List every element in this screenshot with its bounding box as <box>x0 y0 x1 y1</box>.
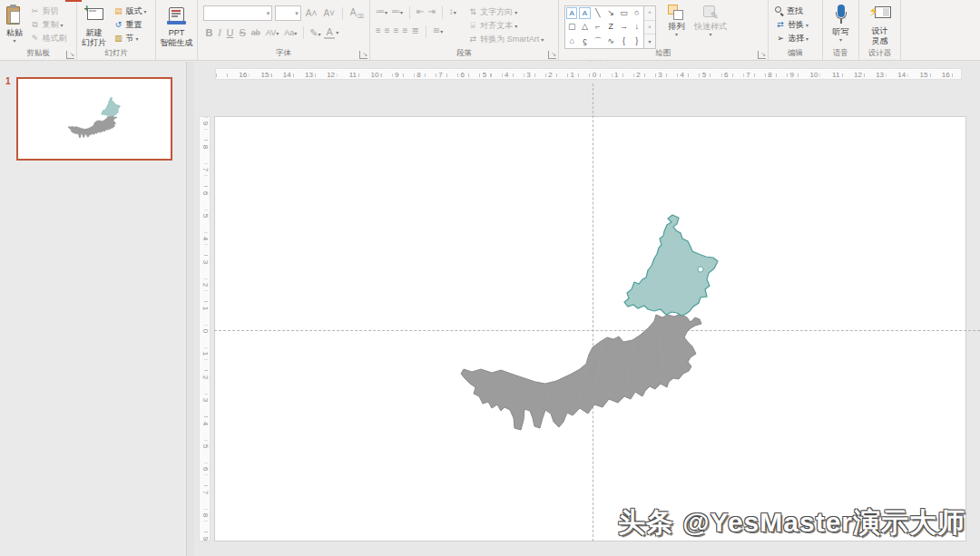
inner-mongolia-shape[interactable] <box>461 314 701 430</box>
font-dialog-launcher-icon[interactable]: ↘ <box>359 51 368 59</box>
smartart-button[interactable]: ⇄ 转换为 SmartArt ▾ <box>467 34 544 45</box>
increase-indent-button[interactable]: ⇥ <box>427 6 435 19</box>
ruler-number: 10 <box>808 70 820 80</box>
slide-thumbnail[interactable] <box>16 77 172 161</box>
shape-gallery-item[interactable]: ▢ <box>565 20 578 34</box>
font-color-button[interactable]: A <box>324 26 335 39</box>
char-spacing-button[interactable]: AV▾ <box>263 28 280 37</box>
grow-font-button[interactable]: A˄ <box>304 8 319 18</box>
shape-gallery-item[interactable]: ϛ <box>578 34 591 48</box>
underline-button[interactable]: U <box>224 27 236 38</box>
columns-button[interactable]: ≋▾ <box>433 25 443 38</box>
gallery-scroll-down-icon[interactable]: ˅ <box>644 21 655 35</box>
ruler-number: 7 <box>744 70 751 80</box>
shape-gallery-item[interactable]: ↘ <box>604 6 617 20</box>
copy-caret-icon: ▾ <box>60 23 63 28</box>
text-direction-button[interactable]: ⇅ 文字方向 ▾ <box>467 6 544 18</box>
bullets-button[interactable]: ≔▾ <box>376 6 387 19</box>
strike-button[interactable]: S <box>237 27 248 38</box>
ruler-number: 7 <box>436 70 444 80</box>
panel-splitter[interactable] <box>186 62 194 556</box>
find-button[interactable]: 查找 <box>775 5 808 17</box>
drawing-dialog-launcher-icon[interactable]: ↘ <box>758 51 766 59</box>
designer-group-label: 设计器 <box>859 48 900 59</box>
ruler-number: 2 <box>546 70 554 80</box>
clear-formatting-button[interactable]: A⌫ <box>348 7 366 19</box>
map-shapes <box>214 116 966 541</box>
distribute-button[interactable]: ≣ <box>411 25 418 38</box>
shape-gallery-item[interactable]: ╲ <box>592 6 604 20</box>
gallery-more-icon[interactable]: ▾ <box>644 34 655 48</box>
ruler-number: 1 <box>201 302 211 314</box>
reset-button[interactable]: ↺ 重置 <box>113 19 146 31</box>
ruler-number: 8 <box>201 141 211 152</box>
dictate-button[interactable]: 听写 ▾ <box>823 3 858 52</box>
shape-gallery-item[interactable]: ⌒ <box>592 34 604 48</box>
lightning-icon: ⚡ <box>869 5 891 24</box>
align-text-button[interactable]: ⌸ 对齐文本 ▾ <box>467 20 544 32</box>
horizontal-ruler[interactable]: 1615141312111098765432101234567891011121… <box>215 68 962 80</box>
italic-button[interactable]: I <box>216 27 223 38</box>
ruler-number: 1 <box>201 348 211 360</box>
ruler-number: 4 <box>679 70 686 80</box>
align-right-button[interactable]: ≡ <box>394 25 399 38</box>
paragraph-dialog-launcher-icon[interactable]: ↘ <box>548 51 556 59</box>
shape-gallery-item[interactable]: Z <box>604 20 617 34</box>
shape-gallery-item[interactable]: A <box>579 7 590 19</box>
ruler-number: 4 <box>503 70 510 80</box>
gallery-scroll-up-icon[interactable]: ˄ <box>644 6 655 21</box>
shape-gallery-item[interactable]: → <box>617 20 630 34</box>
format-painter-label: 格式刷 <box>42 33 66 44</box>
clipboard-dialog-launcher-icon[interactable]: ↘ <box>66 51 74 59</box>
shape-gallery-item[interactable]: ↓ <box>631 20 643 34</box>
shape-gallery-scrollbar: ˄ ˅ ▾ <box>644 5 656 49</box>
copy-button[interactable]: ⧉ 复制 ▾ <box>29 19 66 31</box>
shape-gallery-item[interactable]: A <box>566 7 577 19</box>
ppt-ai-label-line1: PPT <box>169 28 185 38</box>
bold-button[interactable]: B <box>203 27 215 38</box>
ruler-number: 1 <box>612 70 620 80</box>
shape-gallery-item[interactable]: ▭ <box>617 6 630 20</box>
line-spacing-button[interactable]: ↕▾ <box>449 6 456 19</box>
new-slide-button[interactable]: + 新建 幻灯片 <box>79 3 109 52</box>
section-button[interactable]: ▥ 节 ▾ <box>113 33 146 44</box>
ruler-number: 4 <box>201 417 211 429</box>
shape-gallery-item[interactable]: } <box>631 34 643 48</box>
vertical-ruler[interactable]: 9876543210123456789 <box>199 116 211 541</box>
numbering-button[interactable]: ≕▾ <box>391 6 403 19</box>
strikethrough-button[interactable]: ab <box>249 28 262 37</box>
section-caret-icon: ▾ <box>135 36 138 42</box>
shrink-font-button[interactable]: A˅ <box>321 8 337 18</box>
font-size-combo[interactable]: ▾ <box>275 5 301 21</box>
hulunbuir-highlight-shape[interactable] <box>624 215 718 316</box>
cut-button[interactable]: ✂ 剪切 <box>29 5 66 17</box>
ruler-number: 2 <box>201 279 211 291</box>
reset-icon: ↺ <box>113 19 123 31</box>
format-painter-button[interactable]: ✎ 格式刷 <box>29 33 66 44</box>
change-case-button[interactable]: Aa▾ <box>282 28 299 37</box>
ruler-number: 7 <box>201 164 211 176</box>
font-name-combo[interactable]: ▾ <box>203 5 272 21</box>
design-ideas-button[interactable]: ⚡ 设计 灵感 <box>859 3 900 52</box>
ruler-number: 6 <box>459 70 466 80</box>
text-highlight-button[interactable]: ✎▾ <box>308 27 323 39</box>
select-button[interactable]: ➢ 选择 ▾ <box>775 33 808 44</box>
shape-gallery-item[interactable]: ⌂ <box>565 34 578 48</box>
layout-button[interactable]: ▤ 版式 ▾ <box>113 5 146 17</box>
shape-gallery-item[interactable]: △ <box>578 20 591 34</box>
quick-styles-label: 快速样式 <box>694 22 727 32</box>
paste-button[interactable]: 粘贴 ▾ <box>4 3 25 52</box>
shape-gallery-item[interactable]: ∿ <box>604 34 617 48</box>
align-left-button[interactable]: ≡ <box>376 25 381 38</box>
combo-caret-icon: ▾ <box>267 10 270 17</box>
shape-gallery-item[interactable]: { <box>617 34 630 48</box>
shape-gallery-item[interactable]: ○ <box>631 6 643 20</box>
justify-button[interactable]: ≡ <box>403 25 408 38</box>
shape-gallery-item[interactable]: ⌐ <box>592 20 604 34</box>
ppt-smart-generate-button[interactable]: PPT 智能生成 <box>156 3 197 52</box>
section-label: 节 <box>125 33 133 44</box>
replace-button[interactable]: ⇄ 替换 ▾ <box>775 19 808 31</box>
decrease-indent-button[interactable]: ⇤ <box>416 6 424 19</box>
align-center-button[interactable]: ≡ <box>385 25 390 38</box>
paste-caret-icon: ▾ <box>13 38 15 44</box>
